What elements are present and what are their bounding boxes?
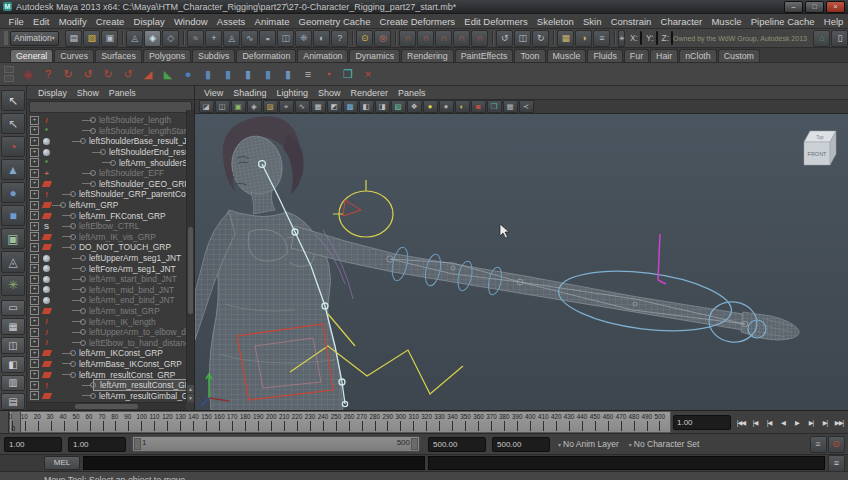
command-result-area[interactable]	[428, 456, 825, 470]
step-back-key-button[interactable]: |◀	[762, 415, 776, 429]
shelf-tab-toon[interactable]: Toon	[514, 49, 545, 62]
viewport-menu-show[interactable]: Show	[313, 88, 346, 98]
xray-joints-icon[interactable]: ▦	[503, 100, 518, 113]
outliner-horizontal-scrollbar[interactable]	[27, 402, 186, 410]
node-label[interactable]: leftShoulder_EFF	[93, 168, 167, 178]
menu-set-dropdown[interactable]: Animation ▾	[10, 31, 59, 46]
shelf-ik-handle-icon[interactable]: ↺	[79, 65, 97, 83]
node-label[interactable]: leftArm_resultGimbal_GRP	[93, 391, 194, 401]
lock-camera-icon[interactable]: ◫	[215, 100, 230, 113]
playback-end-field[interactable]: 500.00	[428, 437, 486, 452]
highlight-selection-icon[interactable]: ◎	[374, 30, 391, 47]
auto-keyframe-icon[interactable]: ⊙	[828, 436, 845, 453]
node-label[interactable]: leftShoulder_length	[93, 115, 174, 125]
node-label[interactable]: leftShoulderBase_result_JNT	[83, 136, 194, 146]
shelf-sphere-icon[interactable]: ●	[179, 65, 197, 83]
outliner-node[interactable]: +leftArm_mid_bind_JNT	[27, 285, 194, 296]
universal-manipulator-tool[interactable]: ▣	[1, 228, 25, 249]
node-label[interactable]: leftShoulder_GEO_GRP	[93, 179, 193, 189]
node-label[interactable]: leftArm_GRP	[63, 200, 121, 210]
expander-icon[interactable]: +	[30, 285, 39, 294]
shelf-cube-icon[interactable]: ❒	[339, 65, 357, 83]
command-line-input[interactable]	[83, 456, 425, 470]
node-label[interactable]: leftArm_twist_GRP	[83, 306, 163, 316]
outliner-node[interactable]: +/leftShoulder_length	[27, 115, 194, 126]
outliner-node[interactable]: +*leftArm_shoulderSpace_	[27, 157, 194, 168]
chevron-down-icon[interactable]: ▾	[558, 441, 561, 448]
snap-grid-icon[interactable]: ∩	[399, 30, 416, 47]
outliner-node[interactable]: +leftArm_resultGimbal_GRP	[27, 390, 194, 401]
mask-handles-icon[interactable]: +	[205, 30, 222, 47]
outliner-node[interactable]: +leftArm_start_bind_JNT	[27, 274, 194, 285]
outliner-menu-show[interactable]: Show	[72, 88, 104, 98]
shelf-help-icon[interactable]: ?	[39, 65, 57, 83]
shelf-tab-dynamics[interactable]: Dynamics	[349, 49, 400, 62]
move-tool[interactable]: ▲	[1, 159, 25, 180]
node-label[interactable]: leftArm_IKConst_GRP	[73, 348, 166, 358]
expander-icon[interactable]: +	[30, 179, 39, 188]
shelf-reroot-icon[interactable]: ◢	[139, 65, 157, 83]
output-connections-icon[interactable]: ↻	[532, 30, 549, 47]
expander-icon[interactable]: +	[30, 137, 39, 146]
outliner-node[interactable]: +leftShoulder_GEO_GRP	[27, 179, 194, 190]
range-slider[interactable]: 1 500	[132, 436, 420, 452]
range-start-handle[interactable]	[134, 438, 141, 450]
shelf-paint-icon[interactable]: ◔	[319, 65, 337, 83]
mask-deformations-icon[interactable]: ◫	[277, 30, 294, 47]
viewport-menu-shading[interactable]: Shading	[228, 88, 271, 98]
node-label[interactable]: DO_NOT_TOUCH_GRP	[73, 242, 174, 252]
expander-icon[interactable]: +	[30, 232, 39, 241]
menu-create-deformers[interactable]: Create Deformers	[375, 16, 460, 27]
viewport-menu-lighting[interactable]: Lighting	[271, 88, 313, 98]
viewport-menu-view[interactable]: View	[199, 88, 228, 98]
shelf-tab-painteffects[interactable]: PaintEffects	[455, 49, 514, 62]
render-settings-icon[interactable]: ≡	[593, 30, 610, 47]
chevron-down-icon[interactable]: ▾	[629, 441, 632, 448]
mask-dynamics-icon[interactable]: ❈	[295, 30, 312, 47]
outliner-node[interactable]: +leftArm_end_bind_JNT	[27, 295, 194, 306]
use-default-material-icon[interactable]: ◧	[359, 100, 374, 113]
2d-pan-zoom-icon[interactable]: ⌖	[279, 100, 294, 113]
toggle-attribute-editor-icon[interactable]: ⌂	[813, 30, 830, 47]
node-label[interactable]: leftShoulder_GRP_parentConstraint	[73, 189, 194, 199]
expander-icon[interactable]: +	[30, 169, 39, 178]
node-label[interactable]: leftElbow_CTRL	[73, 221, 143, 231]
layout-four-pane[interactable]: ▦	[1, 318, 25, 335]
expander-icon[interactable]: +	[30, 338, 39, 347]
snap-view-icon[interactable]: ∩	[471, 30, 488, 47]
screen-ao-icon[interactable]: ▧	[391, 100, 406, 113]
expander-icon[interactable]: +	[30, 349, 39, 358]
node-label[interactable]: leftArmBase_IKConst_GRP	[73, 359, 185, 369]
grease-pencil-icon[interactable]: ∿	[295, 100, 310, 113]
select-object-icon[interactable]: ◈	[144, 30, 161, 47]
character-set-dropdown[interactable]: No Character Set	[634, 439, 700, 449]
menu-constrain[interactable]: Constrain	[606, 16, 656, 27]
expander-icon[interactable]: +	[30, 359, 39, 368]
menu-pipeline-cache[interactable]: Pipeline Cache	[746, 16, 819, 27]
viewport-menu-panels[interactable]: Panels	[393, 88, 431, 98]
shelf-tab-subdivs[interactable]: Subdivs	[192, 49, 235, 62]
shelf-prim1-icon[interactable]: ▮	[199, 65, 217, 83]
outliner-node[interactable]: +leftShoulderEnd_result_JNT	[27, 147, 194, 158]
expander-icon[interactable]: +	[30, 222, 39, 231]
menu-geometry-cache[interactable]: Geometry Cache	[294, 16, 375, 27]
maximize-button[interactable]: □	[805, 1, 824, 13]
expander-icon[interactable]: +	[30, 381, 39, 390]
step-forward-key-button[interactable]: ▶|	[804, 415, 818, 429]
mask-surfaces-icon[interactable]: ◒	[259, 30, 276, 47]
outliner-node[interactable]: +leftArmBase_IKConst_GRP	[27, 359, 194, 370]
shelf-prim3-icon[interactable]: ▮	[239, 65, 257, 83]
shelf-tab-muscle[interactable]: Muscle	[547, 49, 587, 62]
expander-icon[interactable]: +	[30, 148, 39, 157]
timeline-grip[interactable]	[0, 411, 9, 433]
anim-prefs-icon[interactable]: ≡	[810, 436, 827, 453]
outliner-vertical-scrollbar[interactable]: ▲ ▼	[186, 110, 194, 402]
node-label[interactable]: leftArm_shoulderSpace_	[113, 158, 194, 168]
render-current-frame-icon[interactable]: ▦	[557, 30, 574, 47]
shelf-snapshot-icon[interactable]: ◉	[19, 65, 37, 83]
go-to-start-button[interactable]: |◀◀	[734, 415, 748, 429]
step-back-frame-button[interactable]: |◀	[748, 415, 762, 429]
layout-persp-outliner[interactable]: ◫	[1, 337, 25, 354]
scroll-up-icon[interactable]: ▲	[187, 385, 194, 393]
titlebar[interactable]: M Autodesk Maya 2013 x64: C:\Maya\HTM_Ch…	[0, 0, 848, 14]
